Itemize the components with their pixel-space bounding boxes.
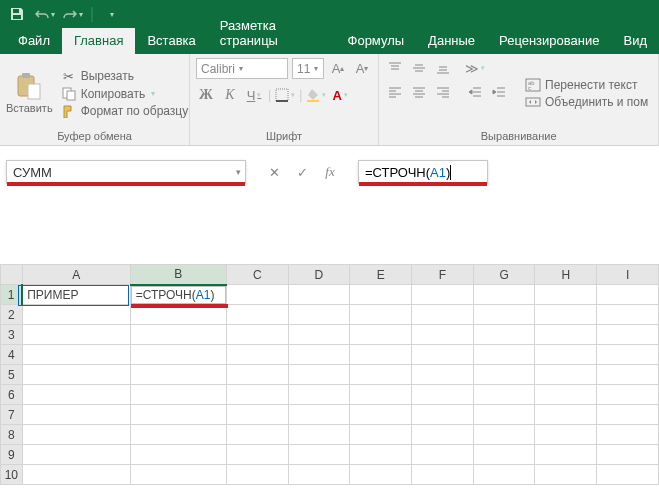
- col-header-B[interactable]: B: [130, 265, 226, 285]
- cell-F3[interactable]: [412, 325, 474, 345]
- cell-A2[interactable]: [22, 305, 130, 325]
- col-header-C[interactable]: C: [226, 265, 288, 285]
- undo-icon[interactable]: ▾: [34, 3, 56, 25]
- cell-I7[interactable]: [597, 405, 659, 425]
- cell-B6[interactable]: [130, 385, 226, 405]
- cell-A5[interactable]: [22, 365, 130, 385]
- redo-icon[interactable]: ▾: [62, 3, 84, 25]
- cell-F9[interactable]: [412, 445, 474, 465]
- cell-F1[interactable]: [412, 285, 474, 305]
- cell-A10[interactable]: [22, 465, 130, 485]
- font-name-combo[interactable]: Calibri ▾: [196, 58, 288, 79]
- format-painter-button[interactable]: Формат по образцу: [57, 103, 193, 119]
- font-color-button[interactable]: A ▾: [330, 85, 350, 105]
- cell-G1[interactable]: [473, 285, 535, 305]
- cell-G9[interactable]: [473, 445, 535, 465]
- cell-B7[interactable]: [130, 405, 226, 425]
- row-header-8[interactable]: 8: [1, 425, 23, 445]
- cell-C3[interactable]: [226, 325, 288, 345]
- cell-E6[interactable]: [350, 385, 412, 405]
- font-size-combo[interactable]: 11 ▾: [292, 58, 324, 79]
- cell-H5[interactable]: [535, 365, 597, 385]
- cell-D4[interactable]: [288, 345, 350, 365]
- cell-H1[interactable]: [535, 285, 597, 305]
- col-header-D[interactable]: D: [288, 265, 350, 285]
- align-center-icon[interactable]: [409, 82, 429, 102]
- cell-G7[interactable]: [473, 405, 535, 425]
- cell-F4[interactable]: [412, 345, 474, 365]
- cell-D7[interactable]: [288, 405, 350, 425]
- cell-A1[interactable]: ПРИМЕР: [22, 285, 130, 305]
- align-top-icon[interactable]: [385, 58, 405, 78]
- cell-I10[interactable]: [597, 465, 659, 485]
- cell-D6[interactable]: [288, 385, 350, 405]
- cell-A8[interactable]: [22, 425, 130, 445]
- align-bottom-icon[interactable]: [433, 58, 453, 78]
- tab-formulas[interactable]: Формулы: [336, 28, 417, 54]
- cell-C8[interactable]: [226, 425, 288, 445]
- cancel-icon[interactable]: ✕: [264, 162, 284, 182]
- enter-icon[interactable]: ✓: [292, 162, 312, 182]
- cell-F5[interactable]: [412, 365, 474, 385]
- cell-E1[interactable]: [350, 285, 412, 305]
- name-box[interactable]: СУММ ▾: [6, 160, 246, 184]
- formula-input[interactable]: =СТРОЧН(A1): [358, 160, 488, 184]
- cell-C1[interactable]: [226, 285, 288, 305]
- cell-H9[interactable]: [535, 445, 597, 465]
- cell-E9[interactable]: [350, 445, 412, 465]
- grow-font-icon[interactable]: A▴: [328, 59, 348, 79]
- cell-A4[interactable]: [22, 345, 130, 365]
- qat-customize-icon[interactable]: ▾: [100, 3, 122, 25]
- cell-I8[interactable]: [597, 425, 659, 445]
- cell-F10[interactable]: [412, 465, 474, 485]
- align-left-icon[interactable]: [385, 82, 405, 102]
- cell-E7[interactable]: [350, 405, 412, 425]
- cell-B3[interactable]: [130, 325, 226, 345]
- cell-E5[interactable]: [350, 365, 412, 385]
- row-header-7[interactable]: 7: [1, 405, 23, 425]
- col-header-H[interactable]: H: [535, 265, 597, 285]
- col-header-G[interactable]: G: [473, 265, 535, 285]
- cell-C2[interactable]: [226, 305, 288, 325]
- cell-A6[interactable]: [22, 385, 130, 405]
- cell-B1[interactable]: =СТРОЧН(A1): [130, 285, 226, 305]
- row-header-9[interactable]: 9: [1, 445, 23, 465]
- decrease-indent-icon[interactable]: [465, 82, 485, 102]
- cell-I4[interactable]: [597, 345, 659, 365]
- col-header-F[interactable]: F: [412, 265, 474, 285]
- cell-G5[interactable]: [473, 365, 535, 385]
- tab-insert[interactable]: Вставка: [135, 28, 207, 54]
- cell-D10[interactable]: [288, 465, 350, 485]
- cell-C9[interactable]: [226, 445, 288, 465]
- cell-D8[interactable]: [288, 425, 350, 445]
- orientation-icon[interactable]: ≫▾: [465, 58, 485, 78]
- bold-button[interactable]: Ж: [196, 85, 216, 105]
- cell-G4[interactable]: [473, 345, 535, 365]
- tab-home[interactable]: Главная: [62, 28, 135, 54]
- cell-H4[interactable]: [535, 345, 597, 365]
- cell-D9[interactable]: [288, 445, 350, 465]
- merge-button[interactable]: Объединить и пом: [521, 94, 652, 110]
- row-header-6[interactable]: 6: [1, 385, 23, 405]
- save-icon[interactable]: [6, 3, 28, 25]
- select-all-corner[interactable]: [1, 265, 23, 285]
- cell-C6[interactable]: [226, 385, 288, 405]
- cell-A9[interactable]: [22, 445, 130, 465]
- cell-C4[interactable]: [226, 345, 288, 365]
- cell-H2[interactable]: [535, 305, 597, 325]
- fill-color-button[interactable]: ▾: [306, 85, 326, 105]
- cell-I5[interactable]: [597, 365, 659, 385]
- tab-file[interactable]: Файл: [6, 28, 62, 54]
- cell-E4[interactable]: [350, 345, 412, 365]
- row-header-10[interactable]: 10: [1, 465, 23, 485]
- cell-D2[interactable]: [288, 305, 350, 325]
- cell-D5[interactable]: [288, 365, 350, 385]
- shrink-font-icon[interactable]: A▾: [352, 59, 372, 79]
- col-header-A[interactable]: A: [22, 265, 130, 285]
- cell-F2[interactable]: [412, 305, 474, 325]
- row-header-4[interactable]: 4: [1, 345, 23, 365]
- row-header-3[interactable]: 3: [1, 325, 23, 345]
- cell-H10[interactable]: [535, 465, 597, 485]
- cell-F8[interactable]: [412, 425, 474, 445]
- cell-G10[interactable]: [473, 465, 535, 485]
